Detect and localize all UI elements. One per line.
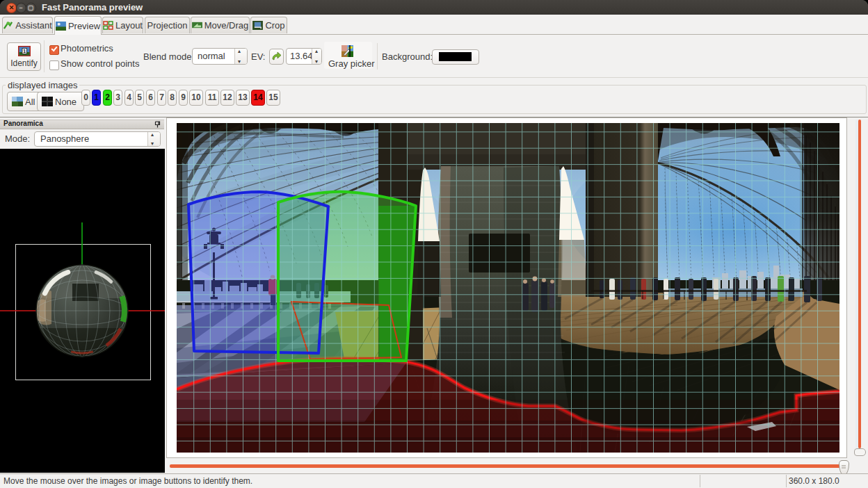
svg-text:1: 1 (23, 49, 26, 54)
